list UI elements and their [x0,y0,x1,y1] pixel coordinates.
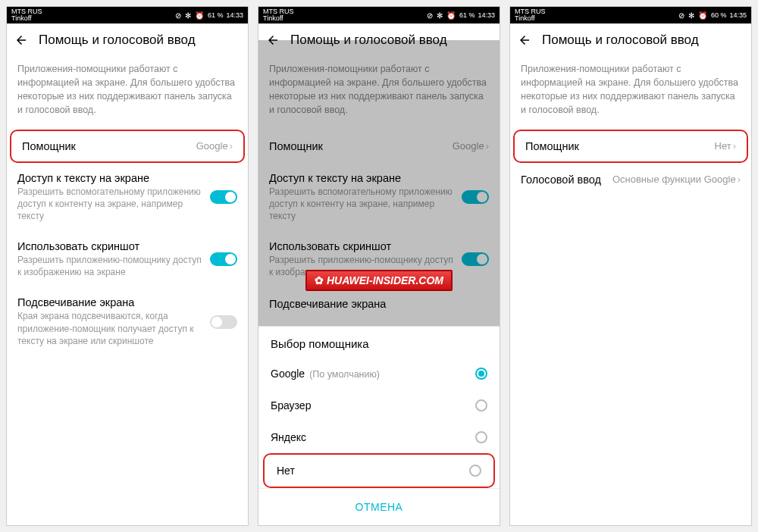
row-screenshot-label: Использовать скриншот [17,240,204,252]
status-icons: ⊘ ✻ ⏰ [678,11,708,20]
page-header: Помощь и голосовой ввод [510,23,751,58]
row-assistant[interactable]: Помощник Нет › [513,130,748,163]
option-browser-label: Браузер [271,399,311,412]
row-screenshot[interactable]: Использовать скриншот Разрешить приложен… [7,231,248,287]
page-title: Помощь и голосовой ввод [542,33,699,48]
row-text-access-sub: Разрешить вспомогательному приложению до… [269,186,456,223]
chevron-right-icon: › [230,140,233,152]
carrier-2: Tinkoff [11,15,42,22]
option-google-label: Google [271,368,305,380]
row-assistant-label: Помощник [22,140,190,152]
row-assistant-value: Нет [715,140,731,152]
sheet-cancel-button[interactable]: ОТМЕНА [258,488,500,525]
back-icon[interactable] [518,33,531,47]
row-assistant-label: Помощник [269,140,446,152]
row-text-access-label: Доступ к тексту на экране [17,172,204,184]
chevron-right-icon: › [738,174,741,185]
row-highlight-label: Подсвечивание экрана [17,296,204,308]
back-icon[interactable] [266,33,280,47]
carrier-2: Tinkoff [263,15,294,22]
battery-pct: 60 % [711,11,727,19]
radio-yandex[interactable] [475,431,487,443]
phone-screenshot-1: MTS RUS Tinkoff ⊘ ✻ ⏰ 61 % 14:33 Помощь … [6,6,249,526]
phone-screenshot-2: MTS RUS Tinkoff ⊘ ✻ ⏰ 61 % 14:33 Помощь … [258,6,500,526]
page-header: Помощь и голосовой ввод [7,23,248,58]
row-voice-input-value: Основные функции Google [612,174,736,185]
status-time: 14:33 [478,11,495,19]
assistant-picker-sheet: Выбор помощника Google (По умолчанию) Бр… [258,326,500,525]
row-highlight-label: Подсвечивание экрана [269,298,483,310]
status-bar: MTS RUS Tinkoff ⊘ ✻ ⏰ 61 % 14:33 [7,7,248,23]
page-description: Приложения-помощники работают с информац… [258,58,500,130]
row-highlight[interactable]: Подсвечивание экрана [258,287,500,321]
radio-browser[interactable] [475,399,487,412]
row-assistant-label: Помощник [525,140,709,152]
row-screenshot-label: Использовать скриншот [269,240,456,252]
page-description: Приложения-помощники работают с информац… [510,58,751,130]
back-icon[interactable] [14,33,28,47]
status-icons: ⊘ ✻ ⏰ [175,11,205,20]
watermark-badge: HUAWEI-INSIDER.COM [305,270,453,291]
row-text-access[interactable]: Доступ к тексту на экране Разрешить вспо… [258,163,500,232]
status-icons: ⊘ ✻ ⏰ [427,11,456,20]
row-assistant-value: Google [453,140,484,152]
battery-pct: 61 % [459,11,475,19]
row-text-access-label: Доступ к тексту на экране [269,172,456,184]
row-screenshot-sub: Разрешить приложению-помощнику доступ к … [17,254,204,278]
status-time: 14:35 [729,11,747,19]
row-assistant-value: Google [196,140,228,152]
toggle-highlight[interactable] [210,315,237,329]
row-highlight-sub: Края экрана подсвечиваются, когда прилож… [17,310,204,347]
option-none[interactable]: Нет [263,453,495,488]
row-highlight[interactable]: Подсвечивание экрана Края экрана подсвеч… [7,287,248,356]
row-assistant[interactable]: Помощник Google › [10,130,245,163]
page-description: Приложения-помощники работают с информац… [7,58,248,130]
page-title: Помощь и голосовой ввод [290,33,447,48]
row-voice-input[interactable]: Голосовой ввод Основные функции Google › [510,163,751,196]
radio-google[interactable] [475,368,487,380]
option-yandex[interactable]: Яндекс [258,421,500,453]
option-none-label: Нет [277,465,295,477]
option-browser[interactable]: Браузер [258,390,500,421]
row-text-access-sub: Разрешить вспомогательному приложению до… [17,186,204,223]
battery-pct: 61 % [208,11,224,19]
phone-screenshot-3: MTS RUS Tinkoff ⊘ ✻ ⏰ 60 % 14:35 Помощь … [509,6,752,526]
option-default-tag: (По умолчанию) [309,369,380,380]
radio-none[interactable] [469,465,481,477]
row-voice-input-label: Голосовой ввод [521,174,606,186]
option-google[interactable]: Google (По умолчанию) [258,358,500,390]
status-bar: MTS RUS Tinkoff ⊘ ✻ ⏰ 61 % 14:33 [258,7,500,23]
row-text-access[interactable]: Доступ к тексту на экране Разрешить вспо… [7,163,248,232]
toggle-screenshot[interactable] [462,252,489,266]
toggle-screenshot[interactable] [210,252,237,266]
toggle-text-access[interactable] [210,190,237,204]
status-time: 14:33 [226,11,243,19]
carrier-2: Tinkoff [515,15,546,22]
chevron-right-icon: › [733,140,736,152]
toggle-text-access[interactable] [462,190,489,204]
status-bar: MTS RUS Tinkoff ⊘ ✻ ⏰ 60 % 14:35 [510,7,751,23]
page-header: Помощь и голосовой ввод [258,23,500,58]
sheet-title: Выбор помощника [258,327,500,358]
option-yandex-label: Яндекс [271,431,306,443]
row-assistant[interactable]: Помощник Google › [258,130,500,163]
page-title: Помощь и голосовой ввод [39,33,196,48]
chevron-right-icon: › [486,140,489,152]
